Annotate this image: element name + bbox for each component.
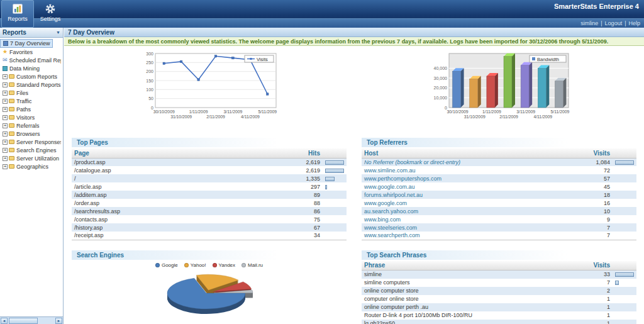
sidebar-item-paths[interactable]: +Paths <box>0 105 33 113</box>
settings-gear-icon <box>45 3 56 14</box>
expand-plus-icon[interactable]: + <box>3 156 8 161</box>
toolbar-button-settings[interactable]: Settings <box>34 0 67 28</box>
row-value: 1 <box>580 303 613 311</box>
sidebar-item-label: Search Engines <box>16 147 57 154</box>
column-header-page[interactable]: Page <box>72 148 290 158</box>
referrer-link[interactable]: au.search.yahoo.com <box>364 208 418 215</box>
scroll-left-arrow-icon[interactable]: ◄ <box>1 318 8 324</box>
expand-plus-icon[interactable]: + <box>3 74 8 79</box>
sidebar-item-label: Server Responses <box>16 139 61 145</box>
row-value: 1 <box>580 295 613 303</box>
table-row: /history.asp67 <box>72 223 347 232</box>
sidebar-item-label: Traffic <box>16 98 32 104</box>
expand-plus-icon[interactable]: + <box>3 164 8 169</box>
row-label: / <box>72 174 290 182</box>
column-header-hits[interactable]: Hits <box>290 148 323 158</box>
referrer-link[interactable]: www.google.com <box>364 200 407 206</box>
sidebar-item-search-engines[interactable]: +Search Engines <box>0 146 58 154</box>
value-bar <box>325 160 344 165</box>
row-value: 7 <box>580 279 613 287</box>
expand-plus-icon[interactable]: + <box>3 82 8 87</box>
row-value: 57 <box>580 174 613 182</box>
referrer-link[interactable]: www.bing.com <box>364 216 401 223</box>
sidebar-item-server-responses[interactable]: +Server Responses <box>0 138 63 146</box>
toolbar-button-label: Settings <box>40 16 61 22</box>
row-bar-cell <box>613 279 636 287</box>
logout-link[interactable]: Logout <box>605 20 623 26</box>
separator: | <box>625 20 626 26</box>
content-area: 05010015020025030030/10/200931/10/20091/… <box>64 46 644 324</box>
table-row: /contacts.asp75 <box>72 215 347 223</box>
top-referrers-table: HostVisitsNo Referrer (bookmark or direc… <box>362 148 636 240</box>
referrer-link[interactable]: www.steelseries.com <box>364 225 417 231</box>
referrer-link[interactable]: www.simline.com.au <box>364 167 416 174</box>
toolbar-button-reports[interactable]: Reports <box>1 0 34 28</box>
sidebar-item-label: Data Mining <box>9 65 40 72</box>
expand-plus-icon[interactable]: + <box>3 99 8 104</box>
column-header-visits[interactable]: Visits <box>580 148 613 158</box>
table-row: /receipt.asp34 <box>72 232 347 240</box>
sidebar-item-traffic[interactable]: +Traffic <box>0 97 34 105</box>
table-row: simline33 <box>362 271 636 279</box>
folder-icon <box>9 91 14 95</box>
row-bar-cell <box>323 207 347 215</box>
row-value: 10 <box>580 207 613 215</box>
svg-text:100: 100 <box>146 87 153 92</box>
row-label: /contacts.asp <box>72 215 290 223</box>
row-label: /searchresults.asp <box>72 207 290 215</box>
referrer-link[interactable]: www.google.com.au <box>364 184 415 190</box>
sidebar-item-scheduled-email-reports[interactable]: ✉Scheduled Email Reports <box>0 56 63 64</box>
row-bar-cell <box>613 303 636 311</box>
sidebar-panel-header[interactable]: Reports ▼ <box>0 28 63 38</box>
data-mining-icon <box>3 66 8 71</box>
referrer-link[interactable]: forums.whirlpool.net.au <box>364 192 423 198</box>
user-name-link[interactable]: simline <box>580 20 598 26</box>
row-value: 89 <box>290 191 323 199</box>
referrer-link[interactable]: www.perthcomputershops.com <box>364 176 441 182</box>
section-title-top-pages: Top Pages <box>72 138 347 147</box>
row-label: www.perthcomputershops.com <box>362 174 580 182</box>
column-header-host[interactable]: Host <box>362 148 580 158</box>
expand-plus-icon[interactable]: + <box>3 115 8 120</box>
sidebar-item-server-utilization[interactable]: +Server Utilization <box>0 154 61 162</box>
scroll-right-arrow-icon[interactable]: ► <box>55 318 62 324</box>
sidebar-item-files[interactable]: +Files <box>0 89 30 97</box>
sidebar-item-geographics[interactable]: +Geographics <box>0 162 50 170</box>
svg-text:200: 200 <box>146 69 153 74</box>
row-label: /receipt.asp <box>72 232 290 240</box>
row-bar-cell <box>613 166 636 174</box>
expand-plus-icon[interactable]: + <box>3 107 8 112</box>
expand-plus-icon[interactable]: + <box>3 148 8 153</box>
sidebar-item-referrals[interactable]: +Referrals <box>0 121 42 130</box>
sidebar-item-data-mining[interactable]: Data Mining <box>0 64 42 72</box>
sidebar-item-browsers[interactable]: +Browsers <box>0 130 42 138</box>
expand-plus-icon[interactable]: + <box>3 131 8 137</box>
sidebar-item-favorites[interactable]: ★Favorites <box>0 48 35 56</box>
visits-line-chart: 05010015020025030030/10/200931/10/20091/… <box>136 48 282 133</box>
referrer-link[interactable]: www.searchperth.com <box>364 232 420 238</box>
top-pages-table: PageHits/product.asp2,619/catalogue.asp2… <box>72 148 347 240</box>
table-row: Router D-link 4 port 10/100Mb DIR-100/RU… <box>362 311 636 320</box>
collapse-arrow-icon[interactable]: ▼ <box>56 30 60 35</box>
sidebar-item-label: Custom Reports <box>16 74 57 80</box>
sidebar-item-standard-reports[interactable]: +Standard Reports <box>0 81 63 89</box>
value-bar <box>615 272 634 277</box>
row-value: 2,619 <box>290 158 323 166</box>
column-header-phrase[interactable]: Phrase <box>362 261 580 271</box>
help-link[interactable]: Help <box>628 20 640 26</box>
table-row: forums.whirlpool.net.au18 <box>362 191 636 199</box>
overview-report-icon <box>3 41 8 46</box>
column-header-bar <box>613 261 636 271</box>
expand-plus-icon[interactable]: + <box>3 91 8 96</box>
column-header-visits[interactable]: Visits <box>580 261 613 271</box>
expand-plus-icon[interactable]: + <box>3 140 8 145</box>
sidebar-item-custom-reports[interactable]: +Custom Reports <box>0 72 59 81</box>
scrollbar-thumb[interactable] <box>9 318 38 324</box>
row-value: 2,619 <box>290 166 323 174</box>
sidebar-horizontal-scrollbar[interactable]: ◄ ► <box>0 316 63 324</box>
expand-plus-icon[interactable]: + <box>3 123 8 128</box>
sidebar-item-7-day-overview[interactable]: 7 Day Overview <box>0 39 53 48</box>
top-search-phrases-table: PhraseVisitssimline33simline computers7o… <box>362 261 636 324</box>
sidebar-item-visitors[interactable]: +Visitors <box>0 113 36 121</box>
email-reports-icon: ✉ <box>3 57 8 63</box>
